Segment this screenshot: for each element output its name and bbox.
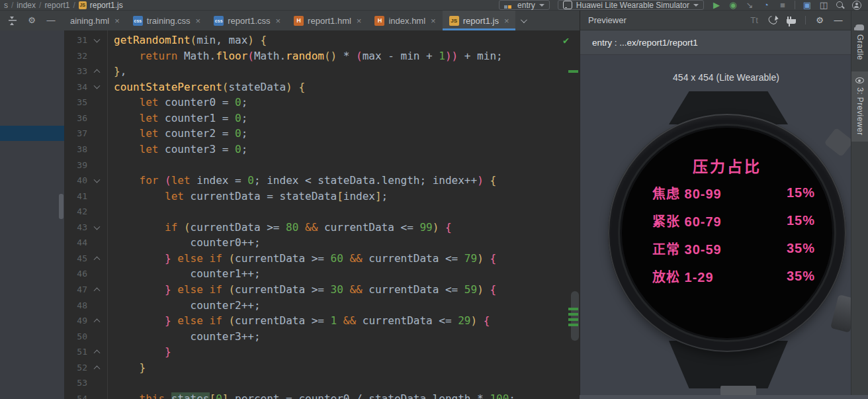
tab-report1-hml[interactable]: Hreport1.hml× [287, 11, 368, 30]
code-line: 38 let counter3 = 0; [65, 142, 580, 157]
breadcrumb-item[interactable]: report1.js [90, 1, 123, 10]
attach-debugger-button[interactable]: ↘ [745, 1, 754, 10]
toolbar-actions: ▶◉↘◔■▣◫ [712, 1, 861, 10]
run-config-label: entry [517, 1, 535, 10]
gear-icon[interactable]: ⚙ [815, 16, 824, 25]
close-tab-icon[interactable]: × [431, 16, 436, 26]
breadcrumb-item[interactable]: index [17, 1, 36, 10]
fold-marker-icon[interactable] [94, 223, 101, 230]
code-text: } else if (currentData >= 30 && currentD… [107, 282, 496, 298]
compress-tabs-icon[interactable] [8, 17, 17, 25]
stop-button[interactable]: ■ [778, 1, 787, 10]
fold-marker-icon[interactable] [94, 349, 101, 356]
line-number: 38 [65, 142, 87, 157]
line-number: 51 [65, 344, 87, 360]
close-tab-icon[interactable]: × [276, 16, 281, 26]
code-text: } [107, 344, 171, 360]
code-line: 41 let currentData = stateData[index]; [65, 189, 580, 204]
left-tool-panel[interactable] [0, 30, 65, 399]
tab-aining-hml[interactable]: aining.hml× [64, 11, 126, 30]
scroll-mark [568, 318, 578, 321]
tab-report1-css[interactable]: cssreport1.css× [207, 11, 287, 30]
watch-row-value: 35% [787, 269, 815, 284]
fold-marker-icon[interactable] [94, 365, 101, 372]
code-editor[interactable]: 31getRandomInt(min, max) {32 return Math… [65, 30, 580, 399]
tab-label: report1.js [463, 16, 499, 26]
breadcrumb-item[interactable]: s [4, 1, 8, 10]
fold-gutter [87, 391, 107, 399]
fold-marker-icon[interactable] [94, 36, 101, 42]
device-dropdown[interactable]: Huawei Lite Wearable Simulator [558, 0, 704, 10]
fold-marker-icon[interactable] [94, 318, 101, 325]
fold-gutter [87, 32, 107, 48]
code-text [107, 204, 114, 220]
code-line: 51 } [65, 344, 580, 360]
stripe-item-previewer[interactable]: 3: Previewer [851, 71, 868, 142]
fold-marker-icon[interactable] [94, 176, 101, 183]
profiler-button[interactable]: ◔ [761, 1, 771, 10]
previewer-panel: Previewer Tt⚙— entry : ...ex/report1/rep… [580, 11, 851, 399]
device-label: Huawei Lite Wearable Simulator [576, 1, 689, 10]
plug-icon[interactable] [787, 19, 796, 24]
tree-selected-row[interactable] [0, 126, 64, 141]
code-line: 52 } [65, 360, 580, 376]
watch-row: 紧张 60-7915% [652, 206, 815, 234]
line-number: 33 [65, 64, 87, 79]
chevron-down-icon [539, 4, 544, 7]
previewer-horizontal-scrollbar[interactable] [580, 395, 868, 399]
left-panel-scrollbar[interactable] [59, 194, 64, 219]
module-icon [504, 1, 513, 9]
fold-gutter [87, 64, 107, 79]
device-manager-button[interactable]: ▣ [803, 1, 812, 10]
breadcrumb-item[interactable]: report1 [44, 1, 69, 10]
wearable-device-icon [563, 1, 572, 9]
debug-button[interactable]: ◉ [728, 1, 738, 10]
stripe-item-gradle[interactable]: Gradle [851, 19, 868, 66]
tab-label: report1.hml [308, 16, 351, 26]
close-tab-icon[interactable]: × [196, 16, 201, 26]
code-line: 31getRandomInt(min, max) { [65, 32, 580, 48]
code-line: 47 } else if (currentData >= 30 && curre… [65, 282, 580, 298]
close-tab-icon[interactable]: × [114, 16, 120, 26]
code-text: } [107, 360, 146, 376]
js-file-icon: JS [79, 1, 87, 9]
text-settings-icon[interactable]: Tt [750, 16, 759, 25]
inspection-ok-icon[interactable]: ✔ [563, 34, 569, 46]
fold-marker-icon[interactable] [94, 69, 101, 75]
run-button[interactable]: ▶ [712, 1, 721, 10]
tab-index-hml[interactable]: Hindex.hml× [368, 11, 442, 30]
code-text [107, 375, 114, 391]
editor-scrollbar[interactable] [571, 291, 579, 341]
tab-overflow-button[interactable] [515, 11, 531, 30]
fold-marker-icon[interactable] [94, 256, 101, 263]
code-line: 40 for (let index = 0; index < stateData… [65, 173, 580, 189]
breadcrumb-separator: / [73, 1, 75, 10]
fold-marker-icon[interactable] [94, 83, 101, 89]
code-text: let counter2 = 0; [107, 126, 247, 142]
tab-training-css[interactable]: csstraining.css× [126, 11, 207, 30]
code-text: counter1++; [107, 266, 261, 282]
hide-icon[interactable]: — [46, 16, 56, 25]
run-config-dropdown[interactable]: entry [499, 0, 550, 10]
watch-row-label: 紧张 60-79 [652, 211, 722, 230]
chevron-down-icon [693, 4, 699, 7]
fold-gutter [87, 142, 107, 157]
refresh-icon[interactable] [767, 15, 779, 26]
line-number: 45 [65, 251, 87, 267]
fold-gutter [87, 360, 107, 376]
watch-row-value: 15% [787, 213, 815, 228]
line-number: 40 [65, 173, 87, 189]
settings-gear-icon[interactable]: ⚙ [27, 16, 36, 25]
watch-crown-button [824, 128, 851, 157]
fold-marker-icon[interactable] [94, 287, 101, 294]
watch-row: 正常 30-5935% [652, 234, 815, 262]
close-tab-icon[interactable]: × [504, 16, 509, 26]
tab-label: training.css [147, 16, 191, 26]
close-tab-icon[interactable]: × [357, 16, 362, 26]
code-text: let counter1 = 0; [107, 111, 247, 126]
search-button[interactable] [836, 1, 845, 10]
tab-report1-js[interactable]: JSreport1.js× [443, 11, 516, 30]
minimize-icon[interactable]: — [834, 16, 843, 25]
profile-avatar[interactable] [852, 1, 861, 10]
avd-manager-button[interactable]: ◫ [819, 1, 828, 10]
